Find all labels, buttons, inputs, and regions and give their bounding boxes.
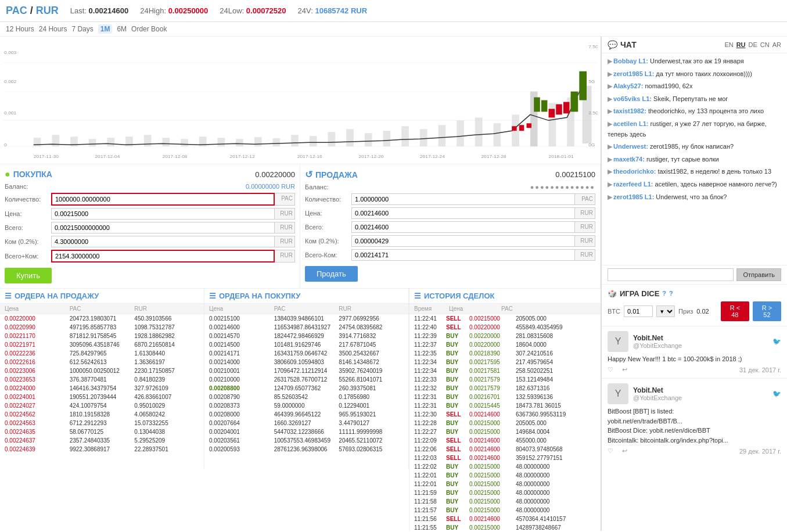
sell-order-row[interactable]: 0.00224001190551.20739444426.83661007 xyxy=(0,393,204,401)
buy-order-row[interactable]: 0.00214500101481.91629746217.67871045 xyxy=(204,340,408,349)
buy-order-row[interactable]: 0.00203561100537553.4698345920465.521100… xyxy=(204,436,408,445)
sell-order-row[interactable]: 0.00220990497195.858577831098.75312787 xyxy=(0,323,204,332)
buy-order-row[interactable]: 0.002145701824472.984669293914.7716832 xyxy=(204,332,408,340)
dice-controls: BTC ▾ Приз 0.02 R < 48 R > 52 xyxy=(608,301,781,321)
lang-ru[interactable]: RU xyxy=(736,41,746,48)
buy-order-row[interactable]: 0.0020879085.526035420.17856980 xyxy=(204,393,408,401)
buy-order-row[interactable]: 0.002076641660.32691273.44790127 xyxy=(204,419,408,427)
buy-total-input[interactable] xyxy=(51,222,275,233)
sell-price-wrapper: RUR xyxy=(351,207,595,219)
twitter-icon: 🐦 xyxy=(772,390,781,398)
svg-rect-30 xyxy=(439,125,446,146)
sell-order-row[interactable]: 0.00224027424.100797540.95010029 xyxy=(0,401,204,410)
nav-orderbook[interactable]: Order Book xyxy=(131,25,167,33)
post-avatar: Y xyxy=(608,383,628,404)
dice-blue-button[interactable]: R > 52 xyxy=(753,301,781,321)
buy-order-row[interactable]: 0.002140003806609.105948038146.14348672 xyxy=(204,358,408,366)
dice-help[interactable]: ? xyxy=(662,290,666,297)
sell-total-input[interactable] xyxy=(351,221,575,233)
svg-text:2.5G: 2.5G xyxy=(588,111,598,116)
post-footer: ♡ ↩ 29 дек. 2017 г. xyxy=(608,447,781,455)
buy-fee-input[interactable] xyxy=(51,236,275,247)
repost-icon[interactable]: ↩ xyxy=(622,447,627,455)
buy-button[interactable]: Купить xyxy=(5,268,52,283)
chart-svg: 0.003 0.002 0.001 0 xyxy=(3,39,598,161)
chat-message: ▶vo65viks L1: Skeik, Перепутать не мог xyxy=(608,94,781,105)
sell-fee-input[interactable] xyxy=(351,235,575,247)
pair-quote: RUR xyxy=(36,5,59,16)
sell-order-row[interactable]: 0.002245636712.291229315.07332255 xyxy=(0,419,204,427)
buy-qty-input[interactable] xyxy=(51,193,275,206)
nav-6m[interactable]: 6M xyxy=(117,25,127,33)
dice-help2[interactable]: ? xyxy=(669,290,673,297)
sell-totalfee-input[interactable] xyxy=(351,249,575,261)
buy-totalfee-row: Всего+Ком: RUR xyxy=(5,250,295,263)
buy-order-row[interactable]: 0.00208800124709.65077362260.39375081 xyxy=(204,384,408,393)
sell-order-row[interactable]: 0.002245621810.191583284.06580242 xyxy=(0,410,204,419)
sell-order-row[interactable]: 0.00222616612.562426131.36366197 xyxy=(0,358,204,366)
post-avatar: Y xyxy=(608,331,628,352)
history-row: 11:22:27BUY0.00215000149684.0004 xyxy=(409,427,601,436)
like-icon[interactable]: ♡ xyxy=(608,366,613,373)
buy-order-row[interactable]: 0.0021000117096472.1121291435902.7624001… xyxy=(204,366,408,375)
sell-order-row[interactable]: 0.00223653376.387704810.84180239 xyxy=(0,375,204,384)
sell-order-row[interactable]: 0.0022463558.067701250.13044038 xyxy=(0,427,204,436)
sell-order-row[interactable]: 0.00224000146416.34379754327.9726109 xyxy=(0,384,204,393)
history-row: 11:22:41SELL0.00215000205005.000 xyxy=(409,314,601,323)
buy-order-row[interactable]: 0.002040015447032.1223866611111.99999998 xyxy=(204,427,408,436)
nav-1m[interactable]: 1M xyxy=(98,24,113,34)
svg-rect-28 xyxy=(401,126,409,146)
svg-text:2017-12-24: 2017-12-24 xyxy=(420,154,445,159)
buy-order-row[interactable]: 0.0021000026317528.7670071255266.8104107… xyxy=(204,375,408,384)
sell-qty-input[interactable] xyxy=(351,193,575,205)
buy-order-row[interactable]: 0.00214600116534987.8643192724754.083956… xyxy=(204,323,408,332)
svg-text:5G: 5G xyxy=(588,79,595,84)
svg-rect-40 xyxy=(519,125,524,131)
sell-price-input[interactable] xyxy=(351,207,575,219)
svg-rect-26 xyxy=(365,133,372,146)
lang-de[interactable]: DE xyxy=(749,41,757,48)
history-row: 11:22:30SELL0.002146006367360.99553119 xyxy=(409,410,601,419)
sell-totalfee-wrapper: RUR xyxy=(351,249,595,261)
dice-prize: 0.02 xyxy=(696,308,717,315)
svg-text:2017-12-04: 2017-12-04 xyxy=(95,154,120,159)
sell-fee-wrapper: RUR xyxy=(351,235,595,247)
buy-order-row[interactable]: 0.002151001384039.948661012977.06992956 xyxy=(204,314,408,323)
lang-en[interactable]: EN xyxy=(724,41,733,48)
sell-order-row[interactable]: 0.00220000204723.19803071450.39103566 xyxy=(0,314,204,323)
dice-red-button[interactable]: R < 48 xyxy=(721,301,749,321)
buy-price-input[interactable] xyxy=(51,208,275,220)
lang-ar[interactable]: AR xyxy=(772,41,781,48)
sell-order-row[interactable]: 0.00221170871812.917585451928.18862982 xyxy=(0,332,204,340)
buy-qty-row: Количество: PAC xyxy=(5,193,295,206)
buy-order-row[interactable]: 0.00214171163431759.06467423500.25432667 xyxy=(204,349,408,358)
svg-rect-22 xyxy=(291,135,299,146)
like-icon[interactable]: ♡ xyxy=(608,447,613,455)
post-body: Happy New Year!!! 1 btc = 100-200k$ in 2… xyxy=(608,354,781,364)
social-post: Y Yobit.Net @YobitExchange 🐦 Happy New Y… xyxy=(602,326,787,379)
lang-cn[interactable]: CN xyxy=(760,41,770,48)
buy-totalfee-input[interactable] xyxy=(51,250,275,263)
sell-order-row[interactable]: 0.00222236725.842979651.61308440 xyxy=(0,349,204,358)
buy-order-row[interactable]: 0.00208000464399.96645122965.95193021 xyxy=(204,410,408,419)
sell-order-row[interactable]: 0.002246399922.3086891722.28937501 xyxy=(0,445,204,454)
history-row: 11:22:02BUY0.0021500048.00000000 xyxy=(409,462,601,471)
sell-button[interactable]: Продать xyxy=(305,266,358,282)
dice-select[interactable]: ▾ xyxy=(656,305,675,317)
send-button[interactable]: Отправить xyxy=(736,268,781,281)
buy-order-row[interactable]: 0.0020059328761236.9639800657693.0280631… xyxy=(204,445,408,454)
nav-12h[interactable]: 12 Hours xyxy=(6,25,34,33)
chat-input[interactable] xyxy=(608,268,734,281)
buy-total-row: Всего: RUR xyxy=(5,222,295,233)
repost-icon[interactable]: ↩ xyxy=(622,366,627,373)
sell-order-row[interactable]: 0.002246372357.248403355.29525209 xyxy=(0,436,204,445)
nav-7d[interactable]: 7 Days xyxy=(71,25,93,33)
sell-fee-row: Ком (0.2%): RUR xyxy=(305,235,595,247)
dice-btc-input[interactable] xyxy=(624,305,653,317)
sell-order-row[interactable]: 0.002219713095096.435187466870.21650814 xyxy=(0,340,204,349)
sell-order-row[interactable]: 0.002230061000050.002500122230.17150857 xyxy=(0,366,204,375)
buy-order-row[interactable]: 0.0020837359.00000000.12294001 xyxy=(204,401,408,410)
nav-24h[interactable]: 24 Hours xyxy=(39,25,67,33)
sell-orders-body: 0.00220000204723.19803071450.391035660.0… xyxy=(0,314,204,454)
page-header: PAC / RUR Last: 0.00214600 24High: 0.002… xyxy=(0,0,787,22)
